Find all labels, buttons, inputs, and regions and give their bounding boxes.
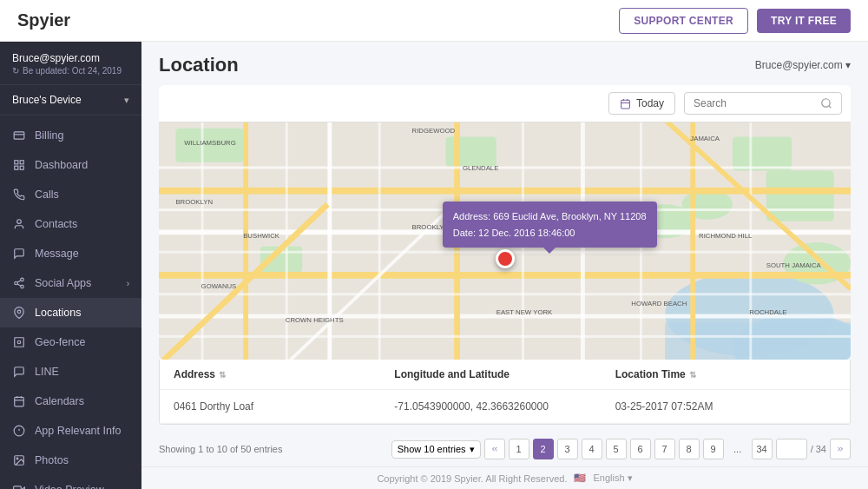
page-jump-input[interactable] xyxy=(776,439,807,459)
calls-icon xyxy=(12,188,26,202)
svg-point-14 xyxy=(17,340,21,344)
svg-rect-58 xyxy=(690,122,695,360)
sidebar-item-calls-label: Calls xyxy=(35,188,59,201)
calendar-icon xyxy=(620,98,631,109)
page-total-label: / 34 xyxy=(811,444,826,454)
video-preview-icon xyxy=(12,483,26,489)
pagination-first-button[interactable] xyxy=(484,439,505,459)
pagination-controls: Show 10 entries ▾ 1 2 3 4 5 6 7 8 9 ... … xyxy=(391,439,851,459)
try-it-free-button[interactable]: TRY IT FREE xyxy=(757,9,851,33)
map-pin-circle xyxy=(496,249,515,268)
page-2-button[interactable]: 2 xyxy=(533,439,554,459)
pagination-bar: Showing 1 to 10 of 50 entries Show 10 en… xyxy=(141,432,868,466)
svg-point-12 xyxy=(17,310,21,314)
sidebar-user: Bruce@spyier.com ↻ Be updated: Oct 24, 2… xyxy=(0,42,141,85)
svg-point-36 xyxy=(822,99,830,107)
user-selector-email: Bruce@spyier.com ▾ xyxy=(755,59,851,71)
sidebar-user-email: Bruce@spyier.com xyxy=(12,52,129,64)
page-8-button[interactable]: 8 xyxy=(679,439,700,459)
sidebar-item-calls[interactable]: Calls xyxy=(0,180,141,209)
page-1-button[interactable]: 1 xyxy=(509,439,529,459)
map-popup: Address: 669 Euclid Ave, Brooklyn, NY 11… xyxy=(443,202,657,248)
sidebar-user-updated: ↻ Be updated: Oct 24, 2019 xyxy=(12,66,129,76)
main-layout: Bruce@spyier.com ↻ Be updated: Oct 24, 2… xyxy=(0,42,868,489)
sidebar-item-message[interactable]: Message xyxy=(0,239,141,268)
popup-address: Address: 669 Euclid Ave, Brooklyn, NY 11… xyxy=(453,208,647,225)
svg-rect-2 xyxy=(15,161,18,164)
svg-text:HOWARD BEACH: HOWARD BEACH xyxy=(631,300,687,307)
sidebar-item-photos-label: Photos xyxy=(35,454,69,466)
page-6-button[interactable]: 6 xyxy=(630,439,651,459)
page-7-button[interactable]: 7 xyxy=(654,439,675,459)
map-visual: WILLIAMSBURG RIDGEWOOD GLENDALE JAMAICA … xyxy=(159,122,851,360)
footer-inner: Copyright © 2019 Spyier. All Right Reser… xyxy=(147,472,863,484)
pagination-last-button[interactable] xyxy=(830,439,851,459)
svg-line-11 xyxy=(17,281,21,282)
sidebar-nav: Billing Dashboard Calls Contacts xyxy=(0,116,141,489)
date-filter-label: Today xyxy=(636,97,664,109)
sidebar-item-app-relevant-info[interactable]: App Relevant Info xyxy=(0,416,141,446)
svg-point-6 xyxy=(17,220,22,224)
svg-rect-62 xyxy=(159,293,851,295)
sidebar-item-locations[interactable]: Locations xyxy=(0,298,141,327)
col-coords: Longitude and Latitude xyxy=(394,368,615,380)
svg-text:RICHMOND HILL: RICHMOND HILL xyxy=(699,232,753,240)
table-header: Address ⇅ Longitude and Latitude Locatio… xyxy=(160,360,850,390)
user-selector[interactable]: Bruce@spyier.com ▾ xyxy=(755,59,851,71)
sidebar-item-calendars-label: Calendars xyxy=(35,395,84,407)
sidebar-item-locations-label: Locations xyxy=(35,307,82,319)
sidebar-item-app-relevant-label: App Relevant Info xyxy=(35,425,121,437)
page-3-button[interactable]: 3 xyxy=(557,439,578,459)
locations-icon xyxy=(12,306,26,320)
page-34-button[interactable]: 34 xyxy=(752,439,773,459)
header: Spyier SUPPORT CENTER TRY IT FREE xyxy=(0,0,868,42)
sort-address-icon[interactable]: ⇅ xyxy=(219,370,226,380)
svg-text:EAST NEW YORK: EAST NEW YORK xyxy=(496,308,553,316)
sidebar-item-billing-label: Billing xyxy=(35,129,63,142)
sidebar-item-geo-fence[interactable]: Geo-fence xyxy=(0,327,141,357)
sidebar-device[interactable]: Bruce's Device ▾ xyxy=(0,85,141,116)
sidebar-item-video-preview[interactable]: Video Preview xyxy=(0,475,141,489)
cell-time: 03-25-2017 07:52AM xyxy=(615,400,836,413)
date-filter-button[interactable]: Today xyxy=(608,92,675,115)
page-size-select[interactable]: Show 10 entries ▾ xyxy=(391,440,481,459)
map-toolbar: Today xyxy=(159,85,851,122)
social-apps-chevron-icon: › xyxy=(127,279,129,288)
svg-rect-5 xyxy=(20,166,23,169)
page-4-button[interactable]: 4 xyxy=(582,439,602,459)
svg-text:BROOKLYN: BROOKLYN xyxy=(175,198,213,206)
sidebar-item-social-apps[interactable]: Social Apps › xyxy=(0,268,141,298)
sidebar-item-photos[interactable]: Photos xyxy=(0,446,141,475)
sidebar-item-line[interactable]: LINE xyxy=(0,357,141,387)
sidebar-item-line-label: LINE xyxy=(35,366,59,378)
col-time: Location Time ⇅ xyxy=(615,368,836,380)
svg-text:GOWANUS: GOWANUS xyxy=(201,282,237,290)
svg-text:WILLIAMSBURG: WILLIAMSBURG xyxy=(184,139,236,147)
app-relevant-icon xyxy=(12,424,26,438)
sidebar-item-contacts-label: Contacts xyxy=(35,218,77,230)
sidebar-item-dashboard[interactable]: Dashboard xyxy=(0,150,141,180)
language-selector[interactable]: English ▾ xyxy=(593,472,632,484)
support-center-button[interactable]: SUPPORT CENTER xyxy=(619,8,748,34)
svg-point-9 xyxy=(21,285,24,288)
svg-rect-54 xyxy=(243,122,248,360)
svg-line-10 xyxy=(17,284,21,286)
message-icon xyxy=(12,247,26,261)
sidebar-item-geo-fence-label: Geo-fence xyxy=(35,336,85,348)
svg-rect-44 xyxy=(733,137,792,171)
sort-time-icon[interactable]: ⇅ xyxy=(689,370,696,380)
svg-rect-59 xyxy=(159,167,851,169)
sidebar-item-calendars[interactable]: Calendars xyxy=(0,387,141,416)
geo-fence-icon xyxy=(12,335,26,349)
map-pin xyxy=(496,249,515,268)
page-9-button[interactable]: 9 xyxy=(703,439,724,459)
svg-rect-63 xyxy=(159,335,851,338)
last-page-icon xyxy=(836,445,845,453)
svg-text:BUSHWICK: BUSHWICK xyxy=(243,232,280,240)
sidebar-item-contacts[interactable]: Contacts xyxy=(0,209,141,239)
sidebar-item-billing[interactable]: Billing xyxy=(0,121,141,150)
page-5-button[interactable]: 5 xyxy=(606,439,627,459)
search-icon xyxy=(820,97,832,109)
search-input[interactable] xyxy=(694,97,815,109)
copyright-text: Copyright © 2019 Spyier. All Right Reser… xyxy=(377,473,567,484)
